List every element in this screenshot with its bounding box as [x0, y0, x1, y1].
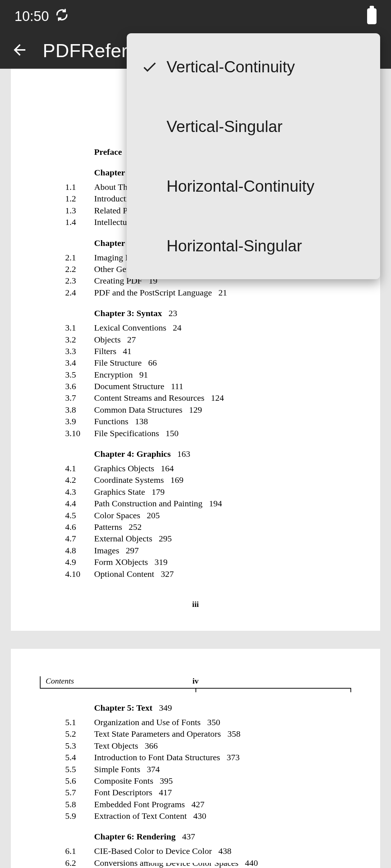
menu-item[interactable]: Vertical-Singular [127, 97, 380, 156]
toc-entry: 3.4File Structure66 [40, 357, 351, 369]
toc-entry: 4.6Patterns252 [40, 521, 351, 533]
toc-chapter-heading: Chapter 3: Syntax23 [94, 309, 351, 318]
toc-entry: 5.9Extraction of Text Content430 [40, 810, 351, 822]
toc-entry: 4.8Images297 [40, 545, 351, 556]
toc-entry: 3.9Functions138 [40, 416, 351, 427]
toc-entry: 3.2Objects27 [40, 334, 351, 345]
toc-entry: 5.2Text State Parameters and Operators35… [40, 728, 351, 740]
toc-entry: 5.5Simple Fonts374 [40, 763, 351, 775]
layout-menu: Vertical-ContinuityVertical-SingularHori… [127, 33, 380, 279]
check-icon [141, 59, 167, 75]
toc-entry: 4.4Path Construction and Painting194 [40, 498, 351, 509]
menu-item-label: Horizontal-Continuity [167, 177, 314, 195]
toc-chapter-heading: Chapter 4: Graphics163 [94, 449, 351, 459]
toc-entry: 3.3Filters41 [40, 345, 351, 357]
menu-item-label: Vertical-Singular [167, 118, 282, 136]
toc-entry: 5.6Composite Fonts395 [40, 775, 351, 787]
toc-entry: 5.8Embedded Font Programs427 [40, 799, 351, 810]
toc-entry: 4.5Color Spaces205 [40, 510, 351, 521]
pdf-page: Contents iv Chapter 5: Text3495.1Organiz… [11, 649, 380, 868]
toc-entry: 3.6Document Structure111 [40, 380, 351, 392]
toc-entry: 5.3Text Objects366 [40, 740, 351, 752]
menu-item-label: Vertical-Continuity [167, 58, 295, 76]
toc-chapter-heading: Chapter 5: Text349 [94, 703, 351, 713]
toc-entry: 3.7Content Streams and Resources124 [40, 392, 351, 404]
menu-item[interactable]: Vertical-Continuity [127, 37, 380, 97]
status-time: 10:50 [14, 9, 49, 24]
menu-item[interactable]: Horizontal-Singular [127, 216, 380, 276]
battery-icon [367, 8, 377, 24]
toc-chapter-heading: Chapter 6: Rendering437 [94, 832, 351, 842]
sync-icon [55, 8, 68, 25]
toc-entry: 4.9Form XObjects319 [40, 556, 351, 568]
toc-entry: 4.3Graphics State179 [40, 486, 351, 498]
menu-item[interactable]: Horizontal-Continuity [127, 156, 380, 216]
page-number-footer: iii [40, 600, 351, 609]
header-section: Contents [40, 676, 74, 688]
toc-entry: 3.10File Specifications150 [40, 427, 351, 439]
toc-entry: 4.10Optional Content327 [40, 568, 351, 580]
toc-entry: 5.1Organization and Use of Fonts350 [40, 716, 351, 728]
toc-entry: 2.4PDF and the PostScript Language21 [40, 287, 351, 298]
toc-entry: 4.1Graphics Objects164 [40, 463, 351, 474]
menu-item-label: Horizontal-Singular [167, 237, 302, 255]
toc-entry: 5.4Introduction to Font Data Structures3… [40, 752, 351, 763]
back-button[interactable] [11, 41, 28, 60]
toc-entry: 6.1CIE-Based Color to Device Color438 [40, 845, 351, 857]
status-bar: 10:50 [0, 0, 391, 33]
toc-entry: 4.2Coordinate Systems169 [40, 474, 351, 486]
toc-entry: 5.7Font Descriptors417 [40, 787, 351, 798]
toc-entry: 3.1Lexical Conventions24 [40, 322, 351, 333]
home-indicator[interactable] [148, 860, 243, 863]
page-header: Contents iv [40, 674, 351, 689]
toc-entry: 3.5Encryption91 [40, 369, 351, 380]
toc-entry: 3.8Common Data Structures129 [40, 404, 351, 416]
toc-entry: 4.7External Objects295 [40, 533, 351, 544]
header-page-number: iv [192, 676, 198, 688]
